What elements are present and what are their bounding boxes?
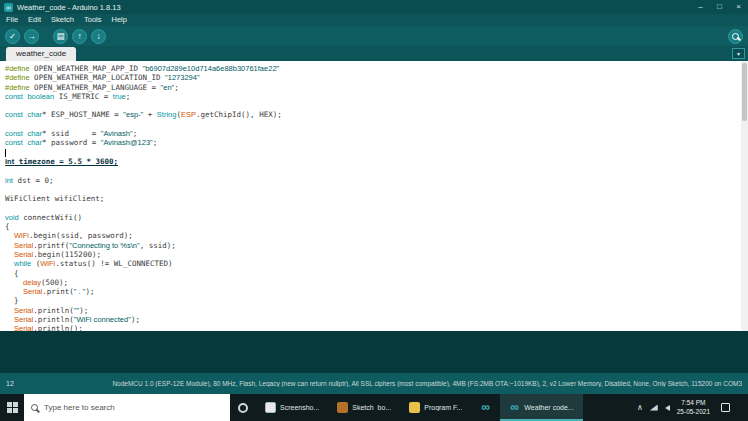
menu-edit[interactable]: Edit [28,14,41,26]
toolbar: ✓→▤↑↓ [0,26,748,46]
status-bar: 12 NodeMCU 1.0 (ESP-12E Module), 80 MHz,… [0,373,748,394]
code-line: WiFiClient wifiClient; [5,194,748,203]
code-line [5,148,748,157]
windows-taskbar: Type here to search Screensho...Sketch_b… [0,394,748,421]
text-caret [5,149,6,157]
tab-label: weather_code [16,49,66,58]
tab-menu-button[interactable]: ▾ [732,48,745,59]
open-button[interactable]: ↑ [72,29,87,44]
volume-icon[interactable] [665,405,670,411]
action-center-button[interactable] [717,403,734,412]
briefcase-icon [337,402,348,413]
code-editor[interactable]: #define OPEN_WEATHER_MAP_APP_ID "b6907d2… [0,61,748,331]
taskbar-search-input[interactable]: Type here to search [24,394,230,421]
arduino-icon: ∞ [480,402,491,413]
taskbar-app-label: Program F... [424,404,462,411]
serial-monitor-button[interactable] [728,29,743,44]
magnifier-icon [732,33,739,40]
arduino-icon: ∞ [509,402,520,413]
maximize-button[interactable]: □ [710,0,729,14]
clock-time: 7:54 PM [677,399,710,408]
cortana-icon [238,403,248,413]
taskbar-app-arduino[interactable]: ∞ [471,394,500,421]
search-icon [31,404,38,411]
save-button[interactable]: ↓ [91,29,106,44]
code-line: #define OPEN_WEATHER_MAP_LANGUAGE = "en"… [5,83,748,92]
code-line: const boolean IS_METRIC = true; [5,92,748,101]
code-line: #define OPEN_WEATHER_MAP_APP_ID "b6907d2… [5,64,748,73]
search-placeholder: Type here to search [44,403,115,412]
folder-icon [409,402,420,413]
toolbar-right [728,29,748,44]
menu-help[interactable]: Help [111,14,126,26]
taskbar-app-label: Sketch_bo... [352,404,391,411]
taskbar-app-sketch-bo-[interactable]: Sketch_bo... [328,394,400,421]
close-button[interactable]: × [729,0,748,14]
console-panel [0,331,748,373]
notification-icon [721,403,730,412]
taskbar-app-program-f-[interactable]: Program F... [400,394,471,421]
verify-button[interactable]: ✓ [5,29,20,44]
code-line: Serial.println(); [5,324,748,331]
code-line: { [5,222,748,231]
line-indicator: 12 [6,380,14,387]
cortana-button[interactable] [230,394,256,421]
code-line: { [5,269,748,278]
document-icon [265,402,276,413]
code-lines: #define OPEN_WEATHER_MAP_APP_ID "b6907d2… [0,61,748,331]
code-line [5,120,748,129]
arduino-ide-window: ∞ Weather_code - Arduino 1.8.13 – □ × Fi… [0,0,748,421]
menu-bar: FileEditSketchToolsHelp [0,14,748,26]
windows-logo-icon [7,402,18,413]
editor-scrollbar[interactable] [741,61,748,331]
menu-file[interactable]: File [6,14,18,26]
taskbar-apps: Screensho...Sketch_bo...Program F...∞∞We… [256,394,583,421]
code-line: #define OPEN_WEATHER_MAP_LOCATION_ID "12… [5,73,748,82]
board-info: NodeMCU 1.0 (ESP-12E Module), 80 MHz, Fl… [112,380,742,387]
code-line: Serial.print(" . "); [5,287,748,296]
code-line: Serial.printf("Connecting to %s\n", ssid… [5,241,748,250]
tab-weather-code[interactable]: weather_code [6,47,76,61]
toolbar-buttons: ✓→▤↑↓ [0,29,106,44]
code-line: const char* ssid = "Avinash"; [5,129,748,138]
menu-tools[interactable]: Tools [84,14,102,26]
code-line [5,185,748,194]
code-line: int timezone = 5.5 * 3600; [5,157,748,166]
code-line: Serial.println("WiFi connected"); [5,315,748,324]
code-line: const char* password = "Avinash@123"; [5,138,748,147]
code-line: WiFi.begin(ssid, password); [5,231,748,240]
code-line: int dst = 0; [5,176,748,185]
taskbar-app-screensho-[interactable]: Screensho... [256,394,328,421]
tab-bar: weather_code ▾ [0,46,748,61]
window-controls: – □ × [691,0,748,14]
system-tray: ∧ 7:54 PM 25-05-2021 [637,394,748,421]
minimize-button[interactable]: – [691,0,710,14]
code-line: const char* ESP_HOST_NAME = "esp-" + Str… [5,110,748,119]
code-line [5,166,748,175]
code-line: while (WiFi.status() != WL_CONNECTED) [5,259,748,268]
code-line: Serial.begin(115200); [5,250,748,259]
taskbar-app-weather-code-[interactable]: ∞Weather code... [500,394,582,421]
arduino-app-icon: ∞ [4,3,13,12]
start-button[interactable] [0,394,24,421]
title-bar: ∞ Weather_code - Arduino 1.8.13 – □ × [0,0,748,14]
code-line: Serial.println(""); [5,306,748,315]
taskbar-clock[interactable]: 7:54 PM 25-05-2021 [677,399,710,417]
network-icon[interactable] [650,405,658,411]
code-line: delay(500); [5,278,748,287]
scrollbar-thumb[interactable] [742,63,747,121]
upload-button[interactable]: → [24,29,39,44]
tray-chevron-icon[interactable]: ∧ [637,403,643,413]
window-title: Weather_code - Arduino 1.8.13 [17,3,121,12]
menu-sketch[interactable]: Sketch [51,14,74,26]
taskbar-app-label: Screensho... [280,404,319,411]
code-line: void connectWifi() [5,213,748,222]
new-button[interactable]: ▤ [53,29,68,44]
code-line [5,203,748,212]
code-line: } [5,296,748,305]
taskbar-app-label: Weather code... [524,404,573,411]
clock-date: 25-05-2021 [677,408,710,417]
code-line [5,101,748,110]
